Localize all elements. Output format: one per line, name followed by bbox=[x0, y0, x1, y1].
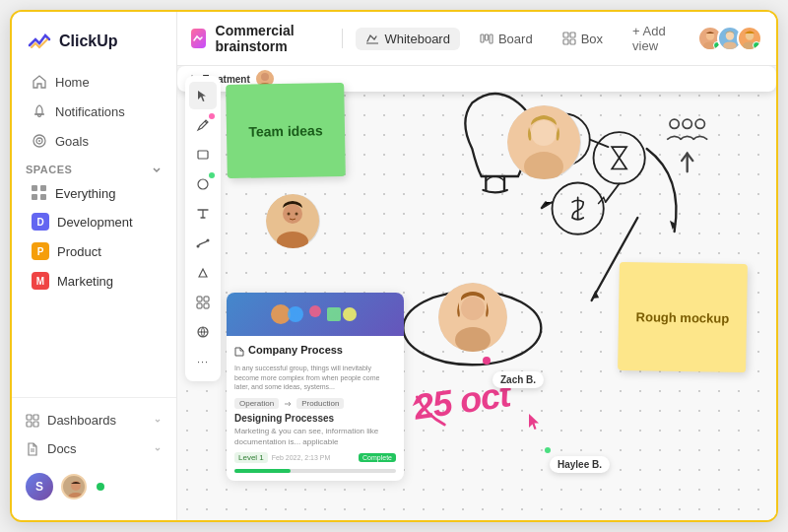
sidebar-item-everything[interactable]: Everything bbox=[18, 179, 170, 207]
svg-point-22 bbox=[723, 41, 737, 49]
tool-cursor[interactable] bbox=[189, 82, 217, 109]
svg-point-53 bbox=[309, 305, 321, 317]
process-card-subtitle: Designing Processes bbox=[234, 413, 396, 424]
logo-text: ClickUp bbox=[59, 33, 118, 50]
shapes-tool-icon bbox=[196, 266, 210, 280]
tool-shapes[interactable] bbox=[189, 259, 217, 287]
avatar: S bbox=[26, 473, 53, 500]
page-icon bbox=[191, 29, 206, 48]
tab-board[interactable]: Board bbox=[470, 28, 543, 50]
user-area[interactable]: S bbox=[12, 463, 176, 510]
add-view-button[interactable]: + Add view bbox=[623, 20, 688, 57]
tool-connector[interactable] bbox=[189, 230, 217, 257]
home-icon bbox=[32, 74, 47, 90]
pen-tool-icon bbox=[196, 118, 210, 132]
tool-globe[interactable] bbox=[189, 318, 217, 346]
user-status-dot bbox=[97, 483, 104, 491]
whiteboard-tab-icon bbox=[365, 32, 379, 45]
date-label: Feb 2022, 2:13 PM bbox=[272, 454, 355, 461]
bell-icon bbox=[32, 103, 47, 119]
svg-point-38 bbox=[683, 119, 691, 128]
sidebar-item-marketing[interactable]: M Marketing bbox=[18, 266, 170, 296]
haylee-badge: Haylee B. bbox=[550, 456, 610, 473]
svg-rect-17 bbox=[563, 39, 568, 44]
tool-more[interactable]: ··· bbox=[189, 348, 217, 375]
rectangle-tool-icon bbox=[196, 148, 210, 162]
svg-point-26 bbox=[198, 179, 208, 189]
globe-tool-icon bbox=[196, 325, 210, 339]
svg-rect-14 bbox=[490, 34, 492, 43]
level-badge: Level 1 bbox=[234, 452, 268, 463]
svg-point-3 bbox=[38, 140, 40, 142]
nav-goals-label: Goals bbox=[55, 134, 89, 149]
space-marketing-label: Marketing bbox=[57, 274, 113, 289]
svg-rect-25 bbox=[198, 151, 208, 159]
tool-pen[interactable] bbox=[189, 111, 217, 139]
process-card-description: In any successful group, things will ine… bbox=[234, 364, 396, 392]
tool-apps[interactable] bbox=[189, 289, 217, 316]
whiteboard-area[interactable]: ··· bbox=[177, 66, 776, 520]
online-dot-3 bbox=[753, 41, 760, 49]
sidebar-item-notifications[interactable]: Notifications bbox=[18, 97, 170, 126]
person-photo-woman2 bbox=[438, 283, 507, 352]
page-title: Commercial brainstorm bbox=[216, 23, 328, 54]
svg-point-39 bbox=[695, 119, 704, 128]
sidebar-item-docs[interactable]: Docs bbox=[12, 434, 176, 463]
svg-point-27 bbox=[197, 245, 200, 248]
board-tab-icon bbox=[480, 32, 493, 45]
tool-sidebar: ··· bbox=[185, 76, 221, 381]
svg-rect-15 bbox=[563, 33, 568, 37]
svg-rect-31 bbox=[197, 303, 202, 308]
sidebar-item-development[interactable]: D Development bbox=[18, 207, 170, 236]
everything-icon bbox=[32, 185, 47, 201]
svg-rect-16 bbox=[570, 33, 575, 37]
svg-rect-13 bbox=[485, 34, 488, 40]
arrow-right-icon bbox=[283, 399, 293, 409]
product-icon: P bbox=[32, 242, 49, 260]
tool-text[interactable] bbox=[189, 200, 217, 228]
complete-badge: Complete bbox=[359, 453, 396, 462]
divider bbox=[342, 29, 343, 48]
target-icon bbox=[32, 133, 47, 149]
svg-point-49 bbox=[461, 297, 485, 320]
doc-icon-small bbox=[234, 347, 244, 357]
sidebar-logo[interactable]: ClickUp bbox=[12, 22, 176, 67]
svg-point-52 bbox=[288, 306, 303, 322]
svg-rect-7 bbox=[33, 422, 38, 427]
svg-rect-12 bbox=[481, 34, 484, 42]
apps-tool-icon bbox=[196, 296, 210, 309]
svg-point-50 bbox=[455, 327, 491, 352]
tool-rectangle[interactable] bbox=[189, 141, 217, 168]
svg-point-55 bbox=[343, 307, 357, 321]
sidebar-item-goals[interactable]: Goals bbox=[18, 126, 170, 156]
collab-avatar-3 bbox=[743, 26, 762, 51]
chevron-icon bbox=[151, 164, 163, 175]
sidebar-item-dashboards[interactable]: Dashboards bbox=[12, 406, 176, 434]
top-bar: Commercial brainstorm Whiteboard Board bbox=[177, 12, 776, 66]
dashboards-icon bbox=[26, 414, 39, 428]
circle-tool-icon bbox=[196, 177, 210, 191]
space-development-label: Development bbox=[57, 215, 133, 230]
dashboards-label: Dashboards bbox=[47, 413, 116, 428]
tool-circle[interactable] bbox=[189, 170, 217, 198]
small-green-dot bbox=[545, 447, 551, 453]
add-view-label: + Add view bbox=[632, 24, 678, 53]
tab-whiteboard[interactable]: Whiteboard bbox=[356, 28, 459, 50]
sidebar: ClickUp Home Notifications Goals bbox=[12, 12, 177, 520]
sidebar-item-home[interactable]: Home bbox=[18, 67, 170, 97]
tab-box[interactable]: Box bbox=[553, 28, 613, 50]
sticky-note-green[interactable]: Team ideas bbox=[226, 83, 346, 178]
svg-point-37 bbox=[670, 119, 679, 128]
process-card-body: Company Process In any successful group,… bbox=[227, 336, 404, 481]
top-bar-right bbox=[697, 26, 762, 51]
svg-point-44 bbox=[296, 213, 298, 216]
person-photo-man bbox=[266, 194, 320, 248]
docs-label: Docs bbox=[47, 441, 77, 456]
process-card[interactable]: Company Process In any successful group,… bbox=[227, 293, 404, 481]
sidebar-item-product[interactable]: P Product bbox=[18, 236, 170, 266]
zach-badge: Zach B. bbox=[492, 371, 544, 388]
nav-notifications-label: Notifications bbox=[55, 104, 125, 119]
sticky-note-yellow[interactable]: Rough mockup bbox=[618, 262, 748, 372]
svg-point-36 bbox=[553, 183, 604, 234]
progress-bar bbox=[234, 469, 396, 473]
